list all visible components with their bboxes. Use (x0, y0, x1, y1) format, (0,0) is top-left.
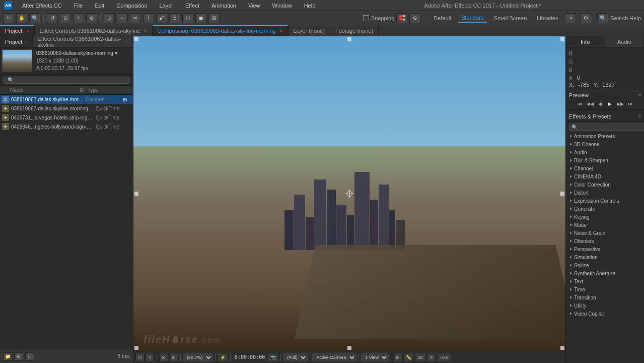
viewer-settings-btn[interactable]: ≡ (146, 353, 155, 362)
file-item-mov3[interactable]: ▶ 0406846...ngeles-hollywood-sign-cal.mo… (0, 122, 133, 131)
always-preview-btn[interactable]: ⊡ (135, 353, 145, 362)
center-transform-handle[interactable] (345, 190, 353, 198)
fx-transition[interactable]: Transition (566, 293, 644, 301)
fx-time[interactable]: Time (566, 285, 644, 293)
handle-br[interactable] (560, 346, 564, 350)
tool-camera-dolly[interactable]: ⊕ (86, 13, 97, 23)
menu-effect[interactable]: Effect (183, 2, 201, 10)
fx-generate[interactable]: Generate (566, 205, 644, 213)
menu-after-effects[interactable]: After Effects CC (20, 2, 64, 10)
snapping-checkbox[interactable] (363, 15, 369, 21)
preview-first-frame[interactable]: ⏮ (576, 100, 585, 107)
workspace-settings[interactable]: ⚙ (580, 13, 591, 23)
tool-mask-ellipse[interactable]: ○ (117, 13, 128, 23)
info-tab[interactable]: Info (566, 36, 605, 47)
fx-synthetic-aperture[interactable]: Synthetic Aperture (566, 269, 644, 277)
left-effect-close[interactable]: × (125, 39, 127, 44)
quality-select[interactable]: (Full) (283, 353, 308, 361)
audio-tab[interactable]: Audio (605, 36, 645, 47)
file-item-mov1[interactable]: ▶ 038610062-dallas-skyline-morning.mov Q… (0, 104, 133, 113)
tool-puppet[interactable]: ⊞ (208, 13, 220, 23)
fx-perspective[interactable]: Perspective (566, 245, 644, 253)
menu-animation[interactable]: Animation (209, 2, 238, 10)
fx-expression-controls[interactable]: Expression Controls (566, 197, 644, 205)
fx-cinema-4d[interactable]: CINEMA 4D (566, 172, 644, 180)
preview-back-frame[interactable]: ◀ (596, 100, 605, 107)
composition-tab[interactable]: Composition: 038610062-dallas-skyline-mo… (153, 25, 289, 36)
tool-selection[interactable]: ↖ (3, 13, 14, 23)
workspace-default[interactable]: Default (431, 14, 454, 22)
left-effect-controls-tab[interactable]: Effect Controls 038610062-dallas-skyline… (33, 36, 133, 47)
fx-simulation[interactable]: Simulation (566, 253, 644, 261)
preview-last-frame[interactable]: ⏭ (626, 100, 635, 107)
menu-composition[interactable]: Composition (114, 2, 149, 10)
menu-window[interactable]: Window (270, 2, 294, 10)
tool-brush[interactable]: 🖌 (156, 13, 167, 23)
grid-btn[interactable]: ⊞ (393, 353, 402, 362)
tool-zoom[interactable]: 🔍 (29, 13, 40, 23)
handle-tr[interactable] (560, 37, 564, 41)
fx-stylize[interactable]: Stylize (566, 261, 644, 269)
project-tab-close[interactable]: × (26, 28, 29, 33)
menu-file[interactable]: File (72, 2, 85, 10)
new-comp-btn[interactable]: ⊞ (14, 352, 23, 360)
preview-prev-frame[interactable]: ◀◀ (586, 100, 595, 107)
viewer-area[interactable]: fileH♞rse.com (133, 36, 565, 351)
search-icon[interactable]: 🔍 (597, 13, 608, 23)
fx-blur-sharpen[interactable]: Blur & Sharpen (566, 156, 644, 164)
new-solid-btn[interactable]: □ (25, 352, 34, 360)
rulers-btn[interactable]: 📏 (403, 353, 414, 362)
preview-next-frame[interactable]: ▶▶ (616, 100, 625, 107)
workspace-libraries[interactable]: Libraries (534, 14, 561, 22)
tool-camera-orbit[interactable]: ⊙ (60, 13, 71, 23)
camera-select[interactable]: Active Camera (312, 353, 356, 361)
fx-animation-presets[interactable]: Animation Presets (566, 132, 644, 140)
file-item-comp[interactable]: C 038610062-dallas-skyline-morning Compo… (0, 95, 133, 104)
tool-clone[interactable]: S (169, 13, 180, 23)
fast-preview-btn[interactable]: ⚡ (218, 353, 228, 362)
fx-noise-grain[interactable]: Noise & Grain (566, 229, 644, 237)
layer-panel-tab[interactable]: Layer (none) (289, 25, 330, 36)
composition-tab-close[interactable]: × (280, 28, 282, 33)
handle-top[interactable] (347, 37, 351, 41)
handle-right[interactable] (560, 192, 564, 196)
fx-keying[interactable]: Keying (566, 213, 644, 221)
snapshot-btn[interactable]: 📷 (268, 353, 278, 362)
fx-utility[interactable]: Utility (566, 301, 644, 310)
workspace-small-screen[interactable]: Small Screen (491, 14, 530, 22)
snapping-extra[interactable]: ⊕ (409, 13, 420, 23)
tool-roto[interactable]: ◼ (195, 13, 206, 23)
snapping-magnet[interactable]: 🧲 (396, 13, 407, 23)
tool-hand[interactable]: ✋ (16, 13, 27, 23)
region-of-interest-btn[interactable]: ⊠ (159, 353, 168, 362)
tool-rotate[interactable]: ↺ (47, 13, 58, 23)
fx-distort[interactable]: Distort (566, 189, 644, 197)
tool-text[interactable]: T (143, 13, 154, 23)
new-folder-btn[interactable]: 📁 (3, 352, 12, 360)
fx-matte[interactable]: Matte (566, 221, 644, 229)
menu-help[interactable]: Help (302, 2, 318, 10)
offset-btn[interactable]: +0.0 (437, 353, 451, 362)
menu-view[interactable]: View (246, 2, 262, 10)
motion-blur-btn[interactable]: ≋ (427, 353, 436, 362)
effects-search-input[interactable] (569, 124, 644, 131)
handle-left[interactable] (134, 192, 138, 196)
fx-channel[interactable]: Channel (566, 164, 644, 172)
tool-pen[interactable]: ✏ (130, 13, 141, 23)
preview-play[interactable]: ▶ (606, 100, 615, 107)
menu-layer[interactable]: Layer (158, 2, 176, 10)
fx-obsolete[interactable]: Obsolete (566, 237, 644, 245)
fx-color-correction[interactable]: Color Correction (566, 180, 644, 189)
fx-video-copilot[interactable]: Video Copilot (566, 310, 644, 318)
fx-3d-channel[interactable]: 3D Channel (566, 140, 644, 148)
preview-options[interactable]: ≡ (638, 93, 641, 98)
effects-presets-options[interactable]: ≡ (638, 114, 641, 119)
project-panel-tab[interactable]: Project × (0, 25, 35, 36)
fx-text[interactable]: Text (566, 277, 644, 285)
handle-bl[interactable] (134, 346, 138, 350)
tool-eraser[interactable]: ◻ (182, 13, 193, 23)
transparency-btn[interactable]: ⊞ (169, 353, 178, 362)
effect-controls-tab[interactable]: Effect Controls 038610062-dallas-skyline… (35, 25, 153, 36)
workspace-expand[interactable]: » (565, 13, 576, 23)
file-item-mov2[interactable]: ▶ 0406731...s-vegas-hotels-strip-night.m… (0, 113, 133, 122)
